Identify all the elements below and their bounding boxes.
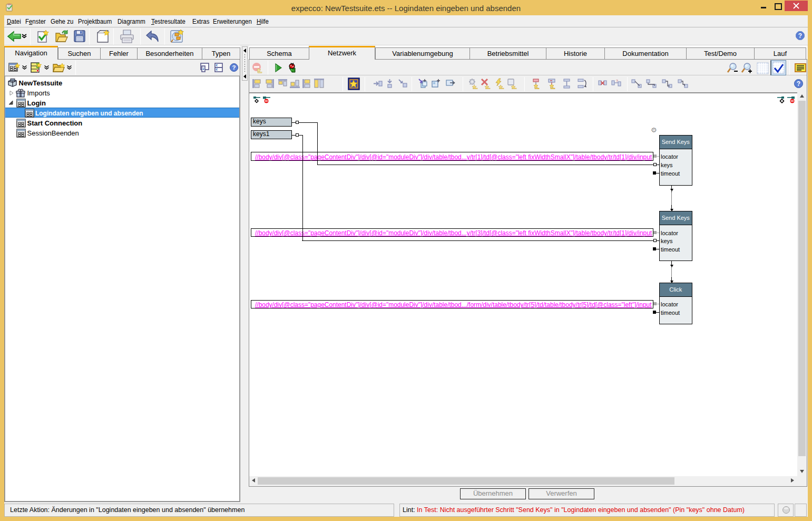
svg-text:?: ?	[616, 79, 618, 83]
svg-text:?: ?	[798, 32, 802, 40]
svg-text:?: ?	[232, 64, 236, 71]
svg-text:?: ?	[797, 80, 800, 88]
